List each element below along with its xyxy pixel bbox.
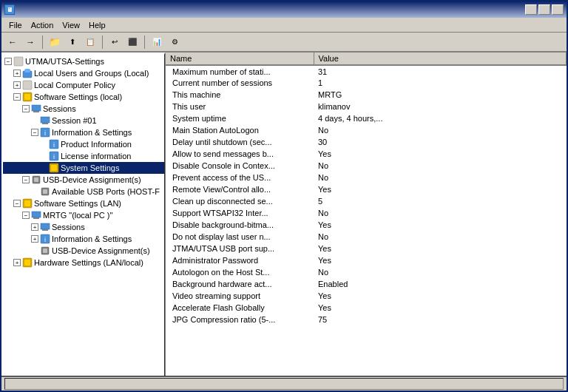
- table-row[interactable]: Disable background-bitma...Yes: [166, 219, 567, 231]
- table-row[interactable]: Background hardware act...Enabled: [166, 278, 567, 290]
- table-row[interactable]: Support WTSAPI32 Inter...No: [166, 207, 567, 219]
- tree-item-sessions-mrtg[interactable]: +Sessions: [3, 221, 164, 233]
- menu-file[interactable]: File: [4, 19, 27, 31]
- svg-rect-23: [24, 200, 30, 206]
- tree-item-usb-device[interactable]: −USB-Device Assignment(s): [3, 174, 164, 186]
- tree-expander-empty-product-info: [40, 141, 47, 148]
- tree-item-usb-device2[interactable]: USB-Device Assignment(s): [3, 245, 164, 257]
- svg-rect-21: [43, 189, 47, 194]
- forward-button[interactable]: →: [22, 35, 38, 50]
- tree-item-info-settings2[interactable]: +iInformation & Settings: [3, 233, 164, 245]
- table-cell-name: JPG Compression ratio (5-...: [166, 314, 314, 325]
- tree-item-usb-ports[interactable]: Available USB Ports (HOST-F: [3, 186, 164, 197]
- table-row[interactable]: System uptime4 days, 4 hours,...: [166, 112, 567, 124]
- tree-item-software-lan[interactable]: −Software Settings (LAN): [3, 197, 164, 209]
- copy-button[interactable]: 📋: [82, 35, 98, 50]
- svg-rect-27: [42, 229, 48, 231]
- tree-item-local-users[interactable]: +Local Users and Groups (Local): [3, 67, 164, 79]
- maximize-button[interactable]: [538, 4, 550, 15]
- table-row[interactable]: Accelerate Flash GloballyYes: [166, 302, 567, 314]
- tree-expander-software-lan[interactable]: −: [13, 200, 21, 207]
- table-cell-name: Disable background-bitma...: [166, 219, 314, 231]
- menu-action[interactable]: Action: [27, 19, 58, 31]
- table-row[interactable]: This machineMRTG: [166, 89, 567, 101]
- table-row[interactable]: Delay until shutdown (sec...30: [166, 136, 567, 148]
- tree-expander-empty-usb-ports: [31, 188, 38, 195]
- table-cell-value: Yes: [314, 254, 567, 266]
- svg-text:i: i: [53, 153, 55, 160]
- tree-expander-empty-usb-device2: [31, 247, 38, 254]
- table-row[interactable]: JTMA/UTSA USB port sup...Yes: [166, 243, 567, 254]
- tree-icon-system-settings: [49, 163, 59, 173]
- table-row[interactable]: Prevent access of the US...No: [166, 172, 567, 183]
- action-button[interactable]: ⬛: [124, 35, 141, 50]
- table-row[interactable]: Video streaming supportYes: [166, 290, 567, 302]
- tree-expander-usb-device[interactable]: −: [22, 176, 30, 183]
- tree-icon-usb-device2: [40, 246, 50, 256]
- column-name[interactable]: Name: [166, 53, 314, 65]
- close-button[interactable]: [552, 4, 564, 15]
- tree-expander-local-computer[interactable]: +: [13, 81, 21, 89]
- table-row[interactable]: Autologon on the Host St...No: [166, 266, 567, 278]
- tree-expander-sessions-local[interactable]: −: [22, 105, 30, 112]
- tree-expander-info-settings[interactable]: −: [31, 129, 38, 136]
- tree-panel[interactable]: −UTMA/UTSA-Settings+Local Users and Grou…: [1, 53, 166, 376]
- tree-icon-sessions-local: [31, 104, 41, 114]
- table-row[interactable]: Clean up disconnected se...5: [166, 195, 567, 207]
- open-folder-button[interactable]: 📁: [47, 35, 63, 50]
- table-row[interactable]: Current number of sessions1: [166, 77, 567, 89]
- table-row[interactable]: JPG Compression ratio (5-...75: [166, 314, 567, 325]
- tree-item-hardware[interactable]: +Hardware Settings (LAN/local): [3, 257, 164, 268]
- table-row[interactable]: Do not display last user n...No: [166, 231, 567, 243]
- tree-item-license-info[interactable]: iLicense information: [3, 150, 164, 162]
- undo-button[interactable]: ↩: [106, 35, 123, 50]
- tree-expander-local-users[interactable]: +: [13, 70, 21, 77]
- chart-button[interactable]: 📊: [149, 35, 165, 50]
- table-row[interactable]: This userklimanov: [166, 101, 567, 112]
- tree-label-sessions-mrtg: Sessions: [52, 223, 85, 232]
- content-panel[interactable]: Name Value Maximum number of stati...31C…: [166, 53, 567, 376]
- menu-view[interactable]: View: [58, 19, 84, 31]
- settings-button[interactable]: ⚙: [166, 35, 183, 50]
- tree-item-product-info[interactable]: iProduct Information: [3, 138, 164, 150]
- tree-item-info-settings[interactable]: −iInformation & Settings: [3, 126, 164, 138]
- menu-help[interactable]: Help: [84, 19, 110, 31]
- tree-item-session01[interactable]: Session #01: [3, 115, 164, 126]
- table-cell-value: Enabled: [314, 278, 567, 290]
- table-cell-name: Delay until shutdown (sec...: [166, 136, 314, 148]
- tree-expander-software-local[interactable]: −: [13, 93, 21, 101]
- back-button[interactable]: ←: [4, 35, 21, 50]
- minimize-button[interactable]: [525, 4, 537, 15]
- column-value[interactable]: Value: [314, 53, 567, 65]
- table-row[interactable]: Allow to send messages b...Yes: [166, 148, 567, 160]
- tree-item-system-settings[interactable]: System Settings: [3, 162, 164, 174]
- titlebar-left: 🖥: [4, 4, 18, 15]
- tree-expander-info-settings2[interactable]: +: [31, 235, 38, 243]
- tree-label-utma: UTMA/UTSA-Settings: [25, 57, 104, 66]
- tree-item-mrtg[interactable]: −MRTG "(local PC )": [3, 209, 164, 221]
- table-cell-name: JTMA/UTSA USB port sup...: [166, 243, 314, 254]
- tree-expander-utma[interactable]: −: [4, 58, 12, 65]
- tree-expander-hardware[interactable]: +: [13, 259, 21, 266]
- tree-expander-sessions-mrtg[interactable]: +: [31, 223, 38, 231]
- table-row[interactable]: Maximum number of stati...31: [166, 65, 567, 77]
- svg-rect-31: [43, 249, 47, 253]
- tree-label-license-info: License information: [61, 152, 131, 160]
- table-row[interactable]: Main Station AutoLogonNo: [166, 124, 567, 136]
- tree-item-local-computer[interactable]: +Local Computer Policy: [3, 79, 164, 91]
- svg-rect-0: [14, 57, 23, 66]
- tree-item-software-local[interactable]: −Software Settings (local): [3, 91, 164, 103]
- tree-expander-mrtg[interactable]: −: [22, 212, 30, 219]
- data-table: Name Value Maximum number of stati...31C…: [166, 53, 567, 325]
- titlebar: 🖥: [1, 1, 567, 18]
- tree-item-sessions-local[interactable]: −Sessions: [3, 103, 164, 115]
- tree-item-utma[interactable]: −UTMA/UTSA-Settings: [3, 55, 164, 67]
- tree-icon-product-info: i: [49, 139, 59, 149]
- tree-label-product-info: Product Information: [61, 140, 132, 149]
- up-button[interactable]: ⬆: [64, 35, 81, 50]
- table-row[interactable]: Administrator PasswordYes: [166, 254, 567, 266]
- table-row[interactable]: Remote View/Control allo...Yes: [166, 183, 567, 195]
- toolbar-separator-3: [144, 36, 145, 49]
- table-cell-value: MRTG: [314, 89, 567, 101]
- table-row[interactable]: Disable Console in Contex...No: [166, 160, 567, 172]
